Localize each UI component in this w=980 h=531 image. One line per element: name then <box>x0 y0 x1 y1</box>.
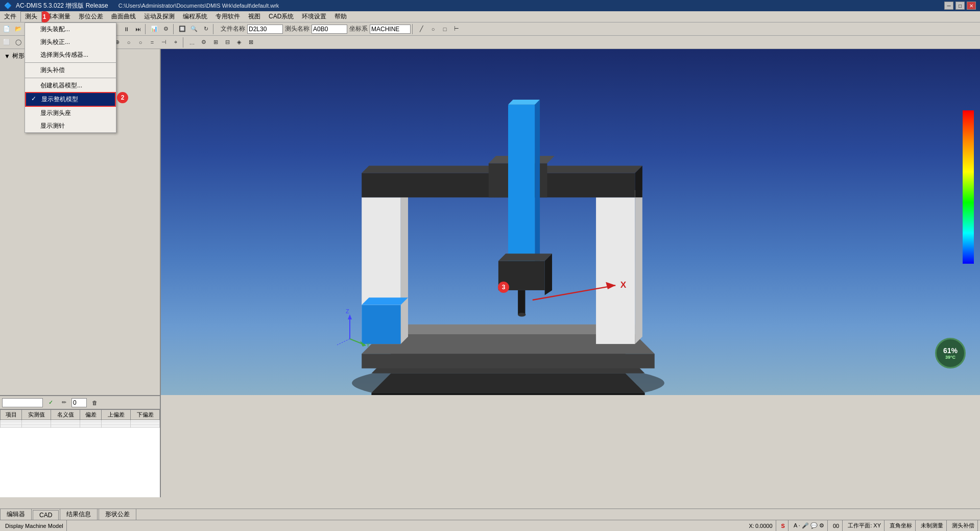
color-scale <box>963 110 974 264</box>
measure-type-text: 未制测量 <box>921 522 943 529</box>
menu-item-special[interactable]: 专用软件 <box>211 11 244 22</box>
tab-editor[interactable]: 编辑器 <box>0 509 32 520</box>
coordsys-input[interactable] <box>370 25 411 34</box>
svg-text:Z: Z <box>346 308 349 314</box>
menu-item-file[interactable]: 文件 <box>0 11 20 22</box>
dropdown-probe-select[interactable]: 选择测头传感器... <box>25 49 116 61</box>
menu-item-cad[interactable]: CAD系统 <box>265 11 298 22</box>
probe-assembly-label: 测头装配... <box>40 26 70 33</box>
view3d-btn[interactable]: 🔲 <box>177 24 188 35</box>
rotate-btn[interactable]: ↻ <box>200 24 211 35</box>
minimize-button[interactable]: ─ <box>944 2 953 10</box>
pct-indicator: 61% 39°C <box>935 338 966 368</box>
tab-cad[interactable]: CAD <box>33 510 59 520</box>
status-probe-comp: 测头补偿 <box>949 520 978 531</box>
menu-item-env[interactable]: 环境设置 <box>298 11 330 22</box>
status-00: 00 <box>830 520 843 531</box>
result-input[interactable] <box>2 398 43 407</box>
status-bar: Display Machine Model X: 0.0000 S A · 🎤 … <box>0 520 980 531</box>
close-button[interactable]: ✕ <box>967 2 976 10</box>
new-btn[interactable]: 📄 <box>1 24 12 35</box>
viewport[interactable]: X Z Y 3 61% 39°C <box>161 49 980 395</box>
dropdown-probe-assembly[interactable]: 测头装配... <box>25 23 116 36</box>
svg-marker-1 <box>371 373 644 393</box>
svg-rect-18 <box>508 105 535 276</box>
menu-item-help[interactable]: 帮助 <box>330 11 351 22</box>
dropdown-create-model[interactable]: 创建机器模型... <box>25 79 116 92</box>
dropdown-probe-comp[interactable]: 测头补偿 <box>25 64 116 77</box>
report-btn[interactable]: 📊 <box>149 24 160 35</box>
pct-value: 61% <box>943 347 958 355</box>
sep4 <box>145 24 147 34</box>
sep7 <box>412 24 414 34</box>
show-machine-model-label: 显示整机模型 <box>41 96 78 103</box>
tb2-btn2[interactable]: ◯ <box>13 37 24 48</box>
result-table-header: 项目 实测值 名义值 偏差 上偏差 下偏差 <box>1 410 160 420</box>
tb2-more1[interactable]: … <box>186 37 198 48</box>
probename-input[interactable] <box>312 25 347 34</box>
dropdown-menu: 测头装配... 测头校正... 选择测头传感器... 测头补偿 创建机器模型..… <box>25 22 116 133</box>
tb2-btn14[interactable]: ⊣ <box>158 37 170 48</box>
pause-btn[interactable]: ⏸ <box>121 24 132 35</box>
bottom-tabs: 编辑器 CAD 结果信息 形状公差 <box>0 509 980 520</box>
col-project: 项目 <box>1 410 22 420</box>
sep6 <box>213 24 215 34</box>
menu-item-tolerance[interactable]: 形位公差 <box>75 11 107 22</box>
square-btn[interactable]: □ <box>439 24 450 35</box>
zoom-btn[interactable]: 🔍 <box>188 24 200 35</box>
svg-marker-32 <box>348 314 352 319</box>
status-coord-type: 直角坐标 <box>887 520 916 531</box>
tab-shape-tolerance[interactable]: 形状公差 <box>99 509 136 520</box>
dropdown-show-machine-model[interactable]: ✓ 显示整机模型 2 <box>25 92 116 107</box>
svg-point-25 <box>518 313 525 317</box>
settings-btn[interactable]: ⚙ <box>160 24 172 35</box>
tb2-btn15[interactable]: ⌖ <box>170 37 181 48</box>
svg-marker-20 <box>535 100 540 281</box>
open-btn[interactable]: 📂 <box>13 24 24 35</box>
svg-marker-23 <box>545 253 552 295</box>
svg-marker-5 <box>362 354 655 368</box>
dropdown-probe-calibrate[interactable]: 测头校正... <box>25 36 116 49</box>
result-edit-btn[interactable]: ✏ <box>58 397 69 408</box>
tb2-btn11[interactable]: ○ <box>123 37 134 48</box>
app-icon: 🔷 <box>4 2 12 9</box>
line-btn[interactable]: ╱ <box>416 24 427 35</box>
filename-input[interactable] <box>247 25 283 34</box>
title-bar-left: 🔷 AC-DMIS 5.3.022 增强版 Release C:\Users\A… <box>4 2 279 10</box>
coordsys-label: 坐标系 <box>349 25 368 33</box>
main-layout: ▼ 树形 <box>0 49 980 395</box>
menu-item-probe[interactable]: 测头 <box>20 11 42 22</box>
tb2-more6[interactable]: ⊠ <box>245 37 256 48</box>
tb2-more4[interactable]: ⊟ <box>222 37 233 48</box>
tab-result-info[interactable]: 结果信息 <box>60 509 98 520</box>
tb2-more2[interactable]: ⚙ <box>198 37 209 48</box>
result-row-5 <box>1 426 160 428</box>
tb2-more3[interactable]: ⊞ <box>210 37 221 48</box>
result-num-input[interactable] <box>71 398 87 407</box>
create-model-label: 创建机器模型... <box>40 82 82 89</box>
tb2-btn1[interactable]: ⬜ <box>1 37 12 48</box>
filename-group: 文件名称 测头名称 坐标系 <box>221 25 411 34</box>
dropdown-show-probe[interactable]: 显示测针 <box>25 120 116 132</box>
svg-marker-12 <box>635 190 642 344</box>
menu-item-curve[interactable]: 曲面曲线 <box>107 11 140 22</box>
status-logo: S <box>778 520 788 531</box>
result-clear-btn[interactable]: 🗑 <box>89 397 100 408</box>
step-btn[interactable]: ⏭ <box>132 24 144 35</box>
menu-item-motion[interactable]: 运动及探测 <box>140 11 179 22</box>
ruler-btn[interactable]: ⊢ <box>451 24 462 35</box>
result-ok-btn[interactable]: ✓ <box>45 397 56 408</box>
tree-root-label: 树形 <box>12 52 25 60</box>
menu-item-view[interactable]: 视图 <box>244 11 265 22</box>
tb2-more5[interactable]: ◈ <box>233 37 245 48</box>
menu-item-prog[interactable]: 编程系统 <box>179 11 211 22</box>
col-lower: 下偏差 <box>131 410 160 420</box>
tb2-btn13[interactable]: = <box>147 37 158 48</box>
tree-expand-icon: ▼ <box>4 53 10 60</box>
circle-btn[interactable]: ○ <box>427 24 439 35</box>
probe-comp-label: 测头补偿 <box>40 66 65 74</box>
check-icon: ✓ <box>31 95 36 102</box>
tb2-btn12[interactable]: ○ <box>135 37 146 48</box>
restore-button[interactable]: □ <box>955 2 965 10</box>
dropdown-show-head-seat[interactable]: 显示测头座 <box>25 107 116 120</box>
